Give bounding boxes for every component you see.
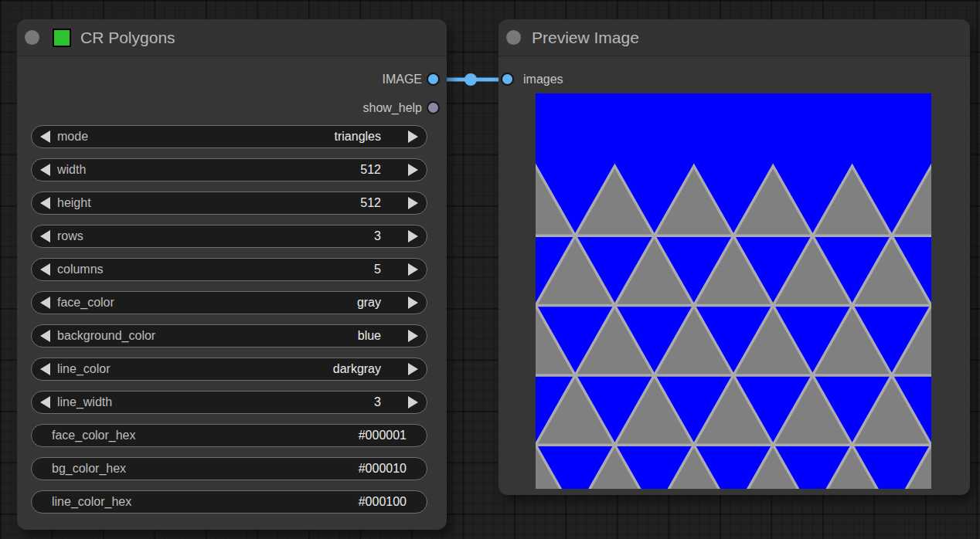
- node-preview-image-titlebar[interactable]: Preview Image: [499, 19, 970, 56]
- widget-value[interactable]: darkgray: [333, 362, 381, 376]
- widget-label: face_color_hex: [52, 429, 136, 442]
- widget-value[interactable]: #000010: [359, 462, 407, 476]
- widget-label: rows: [57, 229, 83, 243]
- widget-decrement-arrow-icon[interactable]: [40, 297, 50, 309]
- widget-value[interactable]: blue: [358, 329, 381, 343]
- widget-line_width[interactable]: line_width3: [31, 391, 427, 414]
- widget-line_color_hex[interactable]: line_color_hex#000100: [31, 490, 427, 514]
- port-show-help-output[interactable]: [427, 101, 440, 114]
- widget-label: height: [57, 196, 91, 210]
- widget-increment-arrow-icon[interactable]: [408, 330, 418, 342]
- node-color-swatch-icon: [53, 29, 71, 47]
- widget-label: face_color: [57, 296, 114, 310]
- widget-rows[interactable]: rows3: [31, 225, 427, 248]
- widget-decrement-arrow-icon[interactable]: [40, 131, 50, 143]
- widget-label: background_color: [57, 329, 155, 343]
- collapse-toggle-icon[interactable]: [25, 30, 39, 45]
- link-midpoint-dot[interactable]: [464, 73, 477, 86]
- widget-label: line_width: [57, 395, 112, 409]
- widget-decrement-arrow-icon[interactable]: [40, 330, 50, 342]
- collapse-toggle-icon[interactable]: [506, 30, 521, 45]
- widget-increment-arrow-icon[interactable]: [408, 197, 418, 209]
- widget-decrement-arrow-icon[interactable]: [40, 263, 50, 276]
- widget-bg_color_hex[interactable]: bg_color_hex#000010: [31, 457, 427, 480]
- widget-background_color[interactable]: background_colorblue: [31, 324, 427, 347]
- widget-value[interactable]: #000100: [359, 495, 407, 509]
- widget-increment-arrow-icon[interactable]: [408, 396, 418, 408]
- widget-increment-arrow-icon[interactable]: [408, 363, 418, 375]
- widget-decrement-arrow-icon[interactable]: [40, 164, 50, 176]
- widget-mode[interactable]: modetriangles: [31, 125, 427, 148]
- widget-face_color_hex[interactable]: face_color_hex#000001: [31, 424, 427, 447]
- widget-label: width: [57, 163, 86, 177]
- node-cr-polygons[interactable]: CR Polygons IMAGE show_help modetriangle…: [17, 19, 447, 530]
- widget-width[interactable]: width512: [31, 158, 427, 181]
- input-label-images: images: [523, 72, 563, 87]
- widget-label: line_color_hex: [52, 495, 131, 509]
- node-preview-image[interactable]: Preview Image images: [499, 19, 970, 495]
- port-images-input[interactable]: [501, 73, 514, 86]
- widget-increment-arrow-icon[interactable]: [408, 164, 418, 176]
- widget-value[interactable]: 3: [374, 229, 381, 243]
- widget-columns[interactable]: columns5: [31, 258, 427, 281]
- widget-height[interactable]: height512: [31, 192, 427, 215]
- widget-increment-arrow-icon[interactable]: [408, 297, 418, 309]
- widget-decrement-arrow-icon[interactable]: [40, 363, 50, 375]
- widget-value[interactable]: 512: [360, 196, 381, 210]
- widget-label: mode: [57, 130, 88, 144]
- widget-value[interactable]: #000001: [359, 429, 407, 442]
- widget-decrement-arrow-icon[interactable]: [40, 197, 50, 209]
- widget-decrement-arrow-icon[interactable]: [40, 230, 50, 242]
- output-label-image: IMAGE: [382, 72, 422, 87]
- widget-value[interactable]: 5: [374, 263, 381, 276]
- widget-value[interactable]: 512: [360, 163, 381, 177]
- widget-value[interactable]: gray: [357, 296, 381, 310]
- preview-image-output: [536, 93, 931, 489]
- node-title: Preview Image: [532, 29, 639, 47]
- node-cr-polygons-titlebar[interactable]: CR Polygons: [17, 19, 447, 56]
- widget-increment-arrow-icon[interactable]: [408, 263, 418, 276]
- widget-decrement-arrow-icon[interactable]: [40, 396, 50, 408]
- widget-value[interactable]: 3: [374, 395, 381, 409]
- widget-label: line_color: [57, 362, 110, 376]
- output-label-show-help: show_help: [363, 100, 423, 116]
- widget-label: bg_color_hex: [52, 462, 126, 476]
- node-graph-canvas[interactable]: CR Polygons IMAGE show_help modetriangle…: [0, 0, 980, 539]
- port-image-output[interactable]: [427, 73, 440, 86]
- widget-increment-arrow-icon[interactable]: [408, 131, 418, 143]
- widget-label: columns: [57, 263, 104, 276]
- widget-list: modetriangleswidth512height512rows3colum…: [31, 125, 427, 524]
- widget-line_color[interactable]: line_colordarkgray: [31, 358, 427, 381]
- node-title: CR Polygons: [80, 29, 175, 47]
- widget-increment-arrow-icon[interactable]: [408, 230, 418, 242]
- widget-face_color[interactable]: face_colorgray: [31, 291, 427, 314]
- widget-value[interactable]: triangles: [335, 130, 381, 144]
